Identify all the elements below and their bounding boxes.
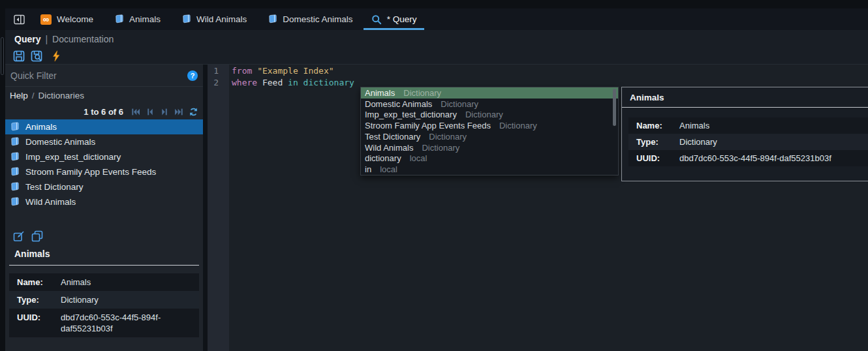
breadcrumb-help[interactable]: Help: [10, 91, 28, 100]
list-item-stroom-family-app-events-feeds[interactable]: Stroom Family App Events Feeds: [5, 164, 203, 179]
autocomplete-item-dictionary-keyword[interactable]: dictionary local: [361, 153, 618, 164]
list-item-label: Animals: [25, 122, 57, 132]
list-item-label: Domestic Animals: [25, 137, 95, 147]
collapsed-panel-handle[interactable]: [1, 37, 4, 75]
autocomplete-label: Test Dictionary: [365, 132, 420, 142]
autocomplete-meta: Dictionary: [422, 143, 459, 153]
list-item-label: Imp_exp_test_dictionary: [25, 152, 121, 162]
autocomplete-meta: local: [410, 153, 427, 163]
details-value: dbd7dc60-553c-44f5-894f-daf55231b03f: [61, 312, 199, 334]
popup-label: UUID:: [636, 153, 679, 164]
details-label: Name:: [17, 277, 61, 288]
autocomplete-label: dictionary: [365, 153, 401, 163]
list-item-label: Wild Animals: [25, 197, 76, 207]
panel-toggle-icon: [14, 14, 25, 25]
autocomplete-label: Stroom Family App Events Feeds: [365, 121, 491, 130]
autocomplete-item-domestic-animals[interactable]: Domestic Animals Dictionary: [361, 99, 618, 110]
popup-row-uuid: UUID: dbd7dc60-553c-44f5-894f-daf55231b0…: [628, 150, 868, 166]
dictionary-list: Animals Domestic Animals Imp_exp_test_di…: [5, 119, 203, 209]
save-icon: [13, 50, 25, 62]
autocomplete-meta: Dictionary: [465, 110, 503, 119]
code-line-1: from "Example Index": [232, 65, 868, 77]
autocomplete-dropdown: Animals Dictionary Domestic Animals Dict…: [360, 87, 619, 176]
list-item-wild-animals[interactable]: Wild Animals: [5, 194, 203, 209]
first-page-icon[interactable]: [131, 108, 140, 116]
autocomplete-label: Animals: [365, 88, 395, 98]
tab-query[interactable]: * Query: [364, 8, 425, 30]
popup-value: Dictionary: [679, 136, 868, 147]
dictionary-book-icon: [268, 14, 277, 24]
dictionary-book-icon: [10, 122, 20, 132]
search-icon: [371, 14, 382, 25]
popup-value: Animals: [679, 120, 868, 131]
editor-gutter: 1 2: [208, 65, 229, 351]
quick-filter-input[interactable]: [10, 70, 187, 81]
details-table: Name: Animals Type: Dictionary UUID: dbd…: [9, 273, 199, 337]
details-divider: [9, 265, 199, 266]
autocomplete-label: Domestic Animals: [365, 99, 432, 109]
code-token: where: [232, 78, 262, 87]
tab-label: Animals: [129, 14, 161, 24]
list-item-test-dictionary[interactable]: Test Dictionary: [5, 179, 203, 194]
toggle-explorer-button[interactable]: [8, 8, 30, 30]
tab-animals[interactable]: Animals: [104, 8, 171, 30]
refresh-icon[interactable]: [189, 107, 198, 117]
code-token: in: [288, 78, 303, 87]
popup-divider: [622, 107, 868, 108]
lightning-bolt-icon: [52, 50, 61, 62]
execute-query-button[interactable]: [52, 50, 61, 62]
copy-icon[interactable]: [31, 230, 43, 242]
edit-document-icon[interactable]: [13, 230, 25, 242]
autocomplete-item-test-dictionary[interactable]: Test Dictionary Dictionary: [361, 131, 618, 142]
code-token: "Example Index": [257, 66, 333, 76]
tab-domestic-animals[interactable]: Domestic Animals: [257, 8, 363, 30]
list-item-imp-exp-test-dictionary[interactable]: Imp_exp_test_dictionary: [5, 149, 203, 164]
save-button[interactable]: [13, 50, 25, 62]
dictionary-book-icon: [10, 152, 20, 162]
sidebar-splitter[interactable]: [203, 65, 208, 351]
quick-filter-help-icon[interactable]: ?: [187, 70, 198, 81]
autocomplete-item-imp-exp-test-dictionary[interactable]: Imp_exp_test_dictionary Dictionary: [361, 110, 618, 121]
tab-welcome[interactable]: ∞ Welcome: [30, 8, 104, 30]
line-number: 2: [208, 77, 219, 89]
last-page-icon[interactable]: [174, 108, 183, 116]
pagination-range-label: 1 to 6 of 6: [84, 107, 123, 117]
details-actions: [5, 230, 203, 242]
documentation-link[interactable]: Documentation: [52, 34, 114, 44]
previous-page-icon[interactable]: [146, 108, 155, 116]
list-item-label: Test Dictionary: [25, 182, 84, 192]
details-title: Animals: [5, 249, 203, 259]
details-value: Dictionary: [61, 294, 199, 305]
dictionary-book-icon: [10, 197, 20, 207]
autocomplete-item-wild-animals[interactable]: Wild Animals Dictionary: [361, 142, 618, 153]
details-label: Type:: [17, 294, 61, 305]
code-token: from: [232, 66, 257, 76]
autocomplete-label: in: [365, 164, 371, 174]
list-item-animals[interactable]: Animals: [5, 119, 203, 134]
doc-type-label: Query: [14, 34, 40, 44]
popup-value: dbd7dc60-553c-44f5-894f-daf55231b03f: [679, 153, 868, 164]
dictionary-book-icon: [10, 137, 20, 147]
autocomplete-scrollbar-thumb[interactable]: [613, 89, 616, 126]
autocomplete-item-animals[interactable]: Animals Dictionary: [361, 87, 618, 99]
next-page-icon[interactable]: [160, 108, 169, 116]
autocomplete-meta: Dictionary: [499, 121, 537, 130]
dictionary-book-icon: [114, 14, 124, 24]
document-header: Query | Documentation: [5, 30, 868, 48]
autocomplete-item-stroom-family-app-events-feeds[interactable]: Stroom Family App Events Feeds Dictionar…: [361, 120, 618, 131]
save-as-button[interactable]: [31, 50, 42, 62]
collapsed-explorer-strip: [0, 8, 5, 351]
autocomplete-meta: Dictionary: [441, 99, 478, 109]
tab-label: Domestic Animals: [283, 14, 352, 24]
popup-table: Name: Animals Type: Dictionary UUID: dbd…: [628, 117, 868, 166]
list-item-domestic-animals[interactable]: Domestic Animals: [5, 134, 203, 149]
tab-wild-animals[interactable]: Wild Animals: [171, 8, 257, 30]
details-row-name: Name: Animals: [9, 273, 199, 291]
dictionary-sidebar: ? Help / Dictionaries 1 to 6 of 6: [5, 65, 203, 351]
breadcrumb-dictionaries[interactable]: Dictionaries: [39, 91, 85, 100]
quick-filter-row: ?: [5, 65, 203, 87]
autocomplete-item-in-keyword[interactable]: in local: [361, 164, 618, 175]
breadcrumb: Help / Dictionaries: [5, 87, 203, 104]
header-separator: |: [45, 34, 48, 44]
details-label: UUID:: [17, 312, 61, 334]
